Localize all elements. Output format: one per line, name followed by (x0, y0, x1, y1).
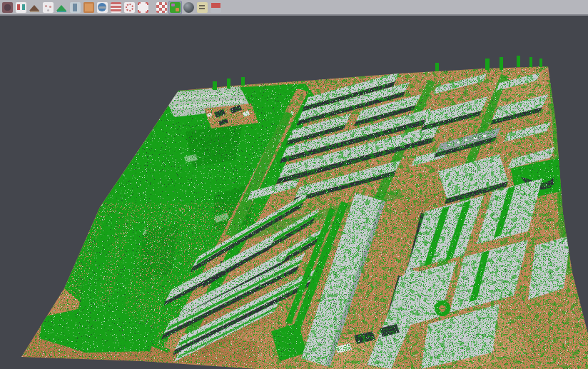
pan-points-icon (16, 2, 26, 13)
ortho-square-icon (83, 2, 94, 13)
clip-half-button[interactable] (209, 1, 223, 14)
application-window (0, 0, 588, 369)
sparse-points-button[interactable] (41, 1, 55, 14)
striped-list-icon (111, 2, 121, 13)
extent-brackets-button[interactable] (136, 1, 150, 14)
point-cloud-button[interactable] (1, 1, 14, 14)
classification-map-button[interactable] (168, 1, 182, 14)
pan-points-button[interactable] (14, 1, 28, 14)
ortho-square-button[interactable] (82, 1, 96, 14)
globe-button[interactable] (96, 1, 109, 14)
point-cloud-icon (2, 2, 13, 13)
sphere-button[interactable] (182, 1, 196, 14)
sphere-icon (183, 2, 194, 13)
terrain-green-button[interactable] (55, 1, 69, 14)
terrain-brown-button[interactable] (28, 1, 41, 14)
terrain (0, 53, 588, 369)
3d-viewport[interactable] (0, 17, 588, 369)
note-icon (197, 2, 208, 13)
globe-icon (97, 2, 108, 13)
checker-icon (156, 2, 167, 13)
striped-list-button[interactable] (109, 1, 123, 14)
clip-half-icon (211, 2, 221, 13)
toolbar (0, 0, 588, 16)
profile-bar-icon (70, 2, 81, 13)
point-cloud-scene (0, 17, 588, 369)
classification-map-icon (170, 2, 181, 13)
extent-brackets-icon (138, 2, 148, 13)
profile-bar-button[interactable] (69, 1, 82, 14)
ring-icon (124, 2, 135, 13)
terrain-green-icon (56, 2, 67, 13)
checker-button[interactable] (155, 1, 168, 14)
note-button[interactable] (196, 1, 209, 14)
terrain-brown-icon (29, 2, 40, 13)
sparse-points-icon (43, 2, 54, 13)
ring-button[interactable] (123, 1, 136, 14)
